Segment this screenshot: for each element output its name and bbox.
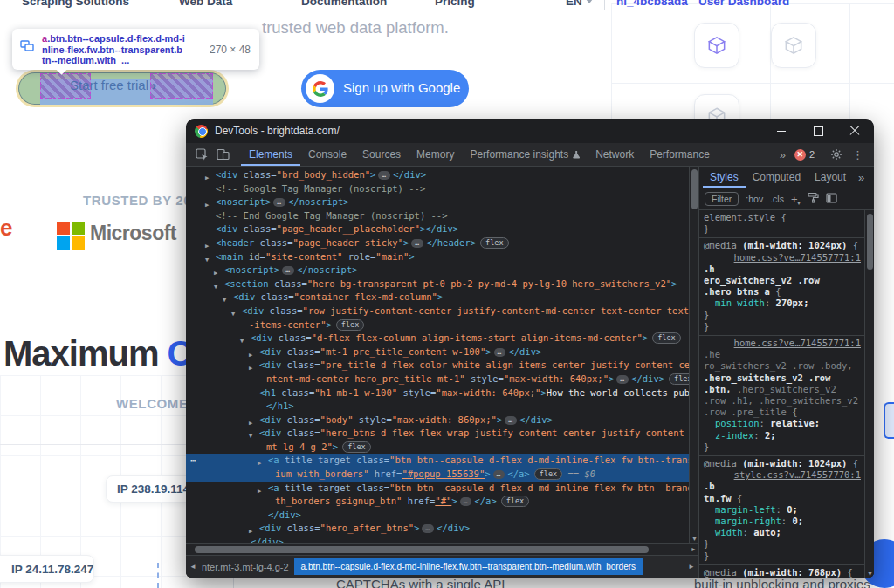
- collapsed-children-button[interactable]: …: [273, 198, 285, 207]
- elements-tree-row[interactable]: </h1>: [186, 400, 689, 414]
- breadcrumb-selected[interactable]: a.btn.btn--capsule.d-flex.d-md-inline-fl…: [294, 558, 643, 575]
- elements-tree-row[interactable]: <div class="page_header__placeholder"></…: [186, 222, 689, 236]
- collapsed-children-button[interactable]: …: [282, 266, 294, 275]
- devtools-tab-sources[interactable]: Sources: [354, 143, 409, 166]
- language-selector[interactable]: EN: [566, 0, 593, 8]
- collapsed-children-button[interactable]: …: [616, 375, 629, 384]
- minimize-button[interactable]: [776, 126, 787, 136]
- stylesheet-link[interactable]: style.css?v…714557770:1: [734, 469, 861, 480]
- elements-tree-row[interactable]: mt-lg-4 g-2">flex: [186, 441, 689, 455]
- nav-pricing[interactable]: Pricing: [435, 0, 475, 8]
- elements-tree-row[interactable]: <!-- Google Tag Manager (noscript) -->: [186, 182, 689, 196]
- styles-tab-styles[interactable]: Styles: [703, 167, 746, 188]
- scrollbar-thumb[interactable]: [195, 546, 649, 553]
- styles-tab-computed[interactable]: Computed: [746, 167, 808, 188]
- devtools-tab-performance-insights[interactable]: Performance insights: [462, 143, 588, 166]
- elements-tree-row[interactable]: <!-- End Google Tag Manager (noscript) -…: [186, 209, 689, 223]
- settings-gear-icon[interactable]: [826, 146, 847, 163]
- devtools-tab-performance[interactable]: Performance: [642, 143, 718, 166]
- devtools-tab-console[interactable]: Console: [300, 143, 354, 166]
- new-style-rule-button[interactable]: +▾: [791, 193, 801, 206]
- elements-tree-row[interactable]: ▶<div class="body" style="max-width: 860…: [186, 414, 689, 427]
- scroll-down-icon[interactable]: ▼: [867, 571, 873, 577]
- close-button[interactable]: [849, 126, 860, 136]
- breadcrumb-parent[interactable]: nter.mt-3.mt-lg-4.g-2: [200, 562, 294, 572]
- elements-tree-row[interactable]: ium with_borders" href="#popup-155639">……: [186, 468, 689, 482]
- elements-tree-row[interactable]: ▶⋯<a title target class="btn btn--capsul…: [186, 454, 689, 468]
- collapsed-children-button[interactable]: …: [460, 497, 472, 506]
- nav-web-data[interactable]: Web Data: [179, 0, 232, 8]
- elements-tree-row[interactable]: ▼<section class="hero bg-transparent pt-…: [186, 277, 689, 291]
- css-line[interactable]: }: [704, 441, 861, 453]
- stylesheet-link-line[interactable]: home.css?ve…714557771:1: [704, 252, 861, 263]
- elements-tree-row[interactable]: ▼<div class="container flex-md-column">: [186, 291, 689, 304]
- maximize-button[interactable]: [813, 126, 823, 136]
- elements-tree-row[interactable]: th_borders gsignup_btn" href="#">…</a>fl…: [186, 495, 689, 509]
- device-toolbar-icon[interactable]: [212, 146, 233, 163]
- account-link[interactable]: hi_4bcb8ada: [616, 0, 688, 8]
- user-dashboard-link[interactable]: User Dashboard: [698, 0, 789, 8]
- devtools-tab-elements[interactable]: Elements: [241, 143, 300, 166]
- elements-tree-row[interactable]: -items-center">flex: [186, 318, 689, 332]
- vertical-scrollbar[interactable]: ▼: [689, 167, 698, 543]
- collapsed-children-button[interactable]: …: [494, 348, 506, 357]
- css-line[interactable]: }: [704, 538, 861, 550]
- breadcrumb-right-icon[interactable]: ►: [684, 563, 698, 571]
- css-line[interactable]: .hero_btns a {: [704, 286, 861, 297]
- styles-scrollbar[interactable]: ▼: [864, 210, 874, 578]
- elements-tree-row[interactable]: ▼<div class="d-flex flex-column align-it…: [186, 332, 689, 345]
- elements-tree-row[interactable]: </div>: [186, 509, 689, 523]
- elements-tree-row[interactable]: ▶<header class="page_header sticky">…</h…: [186, 236, 689, 250]
- devtools-tab-network[interactable]: Network: [588, 143, 642, 166]
- css-line[interactable]: .row .h1, .hero_switchers_v2: [704, 395, 861, 407]
- more-styles-tabs-button[interactable]: »: [853, 171, 870, 184]
- css-line[interactable]: tn.fw {: [704, 493, 861, 504]
- css-line[interactable]: @media (min-width: 768px) {: [704, 567, 861, 578]
- collapsed-children-button[interactable]: …: [422, 524, 434, 533]
- css-line[interactable]: .b: [704, 481, 861, 492]
- breadcrumb-left-icon[interactable]: ◄: [186, 563, 200, 571]
- css-line[interactable]: .h: [704, 263, 861, 275]
- elements-tree-row[interactable]: ▶<noscript>…</noscript>: [186, 195, 689, 209]
- css-line[interactable]: min-width: 270px;: [704, 297, 861, 309]
- toggle-class-button[interactable]: .cls: [770, 194, 784, 204]
- horizontal-scrollbar[interactable]: ►: [186, 543, 698, 555]
- css-line[interactable]: z-index: 2;: [704, 430, 861, 441]
- css-line[interactable]: position: relative;: [704, 418, 861, 429]
- scrollbar-thumb[interactable]: [691, 169, 698, 209]
- css-line[interactable]: .btn, .hero_switchers_v2: [704, 384, 861, 395]
- scroll-down-icon[interactable]: ▼: [691, 536, 698, 542]
- css-line[interactable]: .hero_switchers_v2 .row: [704, 373, 861, 384]
- css-line[interactable]: }: [704, 321, 861, 332]
- stylesheet-link-line[interactable]: style.css?v…714557770:1: [704, 469, 861, 481]
- paint-roller-icon[interactable]: [808, 191, 819, 207]
- css-line[interactable]: .row .pre_title {: [704, 407, 861, 418]
- inspected-trial-button[interactable]: Start free trial›: [16, 70, 229, 107]
- css-line[interactable]: width: auto;: [704, 527, 861, 538]
- css-line[interactable]: element.style {: [704, 212, 861, 223]
- kebab-menu-icon[interactable]: ⋮: [847, 148, 869, 161]
- elements-tree-row[interactable]: ntent-md-center hero_pre_title mt-1" sty…: [186, 373, 689, 386]
- stylesheet-link-line[interactable]: home.css?ve…714557771:1: [704, 338, 861, 349]
- elements-tree-row[interactable]: ▼<div class="hero_btns d-flex flex-wrap …: [186, 427, 689, 441]
- css-line[interactable]: margin-right: 0;: [704, 516, 861, 527]
- elements-tree-row[interactable]: ▶<a title target class="btn btn--capsule…: [186, 482, 689, 496]
- collapsed-children-button[interactable]: …: [378, 171, 390, 180]
- scroll-right-icon[interactable]: ►: [691, 546, 697, 552]
- google-signup-button[interactable]: Sign up with Google: [301, 70, 469, 107]
- elements-tree-row[interactable]: <h1 class="h1 mb-1 w-100" style="max-wid…: [186, 386, 689, 400]
- more-tabs-button[interactable]: »: [774, 148, 791, 161]
- css-line[interactable]: @media (min-width: 1024px) {: [704, 240, 861, 251]
- stylesheet-link[interactable]: home.css?ve…714557771:1: [734, 252, 861, 263]
- inspect-element-icon[interactable]: [191, 146, 212, 163]
- elements-tree-row[interactable]: ▶<div class="mt-1 pre_title_content w-10…: [186, 345, 689, 359]
- css-line[interactable]: }: [704, 550, 861, 562]
- scrollbar-thumb[interactable]: [867, 214, 873, 270]
- css-line[interactable]: }: [704, 223, 861, 235]
- error-badge[interactable]: ✕ 2: [794, 149, 815, 161]
- collapsed-children-button[interactable]: …: [493, 470, 505, 479]
- nav-scraping-solutions[interactable]: Scraping Solutions: [22, 0, 129, 8]
- devtools-tab-memory[interactable]: Memory: [409, 143, 462, 166]
- elements-tree-row[interactable]: ▼<div class="row justify-content-center …: [186, 304, 689, 318]
- elements-tree-row[interactable]: ▼<main id="site-content" role="main">: [186, 250, 689, 264]
